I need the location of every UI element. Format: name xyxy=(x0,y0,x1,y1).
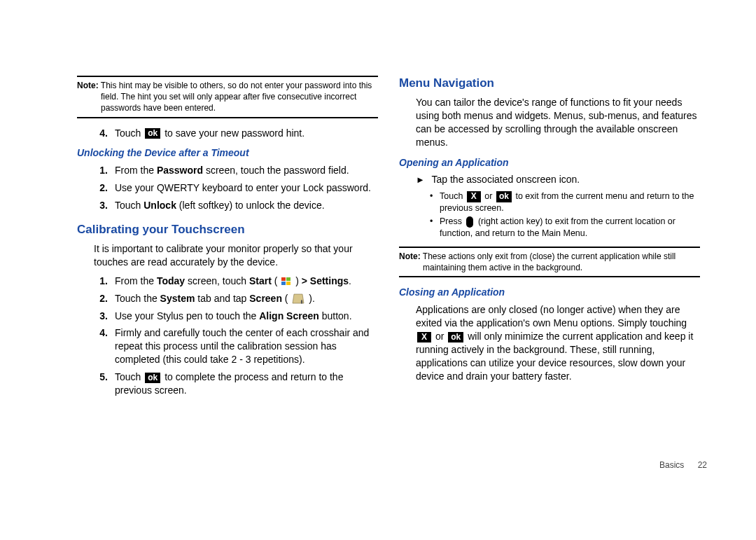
note-text: These actions only exit from (close) the… xyxy=(423,251,676,272)
page-footer: Basics 22 xyxy=(659,460,707,470)
calibrate-step-1: 1. From the Today screen, touch Start ( … xyxy=(77,275,378,288)
svg-rect-0 xyxy=(281,277,286,281)
ok-icon: ok xyxy=(496,191,512,202)
text: ). xyxy=(309,293,315,304)
heading-calibrate: Calibrating your Touchscreen xyxy=(77,222,378,238)
text: (left softkey) to unlock the device. xyxy=(176,200,325,211)
ok-icon: ok xyxy=(145,128,160,139)
bold-text: Today xyxy=(157,275,185,286)
step-number: 4. xyxy=(77,326,115,366)
step-body: Touch ok to complete the process and ret… xyxy=(115,371,378,397)
subheading-closing-app: Closing an Application xyxy=(399,286,700,299)
text: ( xyxy=(282,293,290,304)
text: ) xyxy=(295,275,302,286)
note-text: This hint may be visible to others, so d… xyxy=(101,81,372,113)
step-number: 5. xyxy=(77,371,115,397)
text: Touch xyxy=(115,127,144,139)
text: Applications are only closed (no longer … xyxy=(416,304,687,328)
tap-line: ► Tap the associated onscreen icon. xyxy=(416,173,700,186)
step-number: 2. xyxy=(77,181,115,195)
text: Touch the xyxy=(115,293,160,304)
text: . xyxy=(349,275,351,286)
text: or xyxy=(484,191,495,201)
heading-menu-nav: Menu Navigation xyxy=(399,76,700,92)
left-column: Note: This hint may be visible to others… xyxy=(77,76,378,519)
step-save-hint: 4. Touch ok to save your new password hi… xyxy=(77,127,378,140)
footer-section: Basics xyxy=(659,460,684,470)
close-paragraph: Applications are only closed (no longer … xyxy=(416,303,700,382)
step-number: 2. xyxy=(77,292,115,305)
unlock-step-2: 2. Use your QWERTY keyboard to enter you… xyxy=(77,181,378,195)
subheading-unlock: Unlocking the Device after a Timeout xyxy=(77,146,378,160)
bullet-dot: • xyxy=(430,191,440,214)
ok-icon: ok xyxy=(448,332,463,342)
right-action-key-icon xyxy=(466,216,473,228)
unlock-step-1: 1. From the Password screen, touch the p… xyxy=(77,164,378,177)
screen-icon xyxy=(292,293,304,305)
text: screen, touch xyxy=(185,275,249,286)
svg-point-5 xyxy=(301,300,302,304)
text: Touch xyxy=(115,371,144,382)
text: Use your Stylus pen to touch the xyxy=(115,310,259,321)
step-number: 1. xyxy=(77,275,115,288)
x-icon: X xyxy=(417,332,431,342)
step-body: From the Password screen, touch the pass… xyxy=(115,164,378,177)
bold-text: Align Screen xyxy=(259,310,319,321)
bold-text: > xyxy=(302,275,310,286)
text: Touch xyxy=(440,191,465,201)
right-column: Menu Navigation You can tailor the devic… xyxy=(399,76,700,519)
bullet-touch-exit: • Touch X or ok to exit from the current… xyxy=(430,191,700,214)
text: to save your new password hint. xyxy=(164,127,304,139)
text: From the xyxy=(115,165,157,176)
x-icon: X xyxy=(467,191,481,202)
note-box-exit: Note: These actions only exit from (clos… xyxy=(399,247,700,277)
windows-logo-icon xyxy=(281,277,291,286)
text: screen, touch the password field. xyxy=(203,165,349,176)
bold-text: Start xyxy=(249,275,272,286)
arrow-icon: ► xyxy=(416,174,425,186)
text: or xyxy=(435,331,447,342)
text: From the xyxy=(115,275,157,286)
svg-rect-3 xyxy=(286,282,290,285)
text: ( xyxy=(272,275,280,286)
step-body: From the Today screen, touch Start ( ) >… xyxy=(115,275,378,288)
ok-icon: ok xyxy=(145,373,160,383)
text: Tap the associated onscreen icon. xyxy=(432,174,580,185)
step-number: 3. xyxy=(77,310,115,323)
bullet-press-exit: • Press (right action key) to exit from … xyxy=(430,216,700,240)
step-number: 1. xyxy=(77,164,115,177)
calibrate-step-5: 5. Touch ok to complete the process and … xyxy=(77,371,378,397)
bold-text: Password xyxy=(157,165,203,176)
text: Press xyxy=(440,216,464,226)
text: tab and tap xyxy=(195,293,249,304)
bullet-body: Touch X or ok to exit from the current m… xyxy=(440,191,700,214)
bold-text: Screen xyxy=(249,293,282,304)
text: button. xyxy=(319,310,352,321)
footer-page-number: 22 xyxy=(698,460,707,470)
bullet-dot: • xyxy=(430,216,440,240)
bold-text: Settings xyxy=(310,275,349,286)
step-body: Firmly and carefully touch the center of… xyxy=(115,326,378,366)
bold-text: Unlock xyxy=(144,200,176,211)
subheading-opening-app: Opening an Application xyxy=(399,156,700,169)
step-number: 4. xyxy=(77,127,115,140)
step-body: Use your QWERTY keyboard to enter your L… xyxy=(115,181,378,195)
note-box-password-hint: Note: This hint may be visible to others… xyxy=(77,76,378,118)
bold-text: System xyxy=(160,293,195,304)
step-body: Touch Unlock (left softkey) to unlock th… xyxy=(115,199,378,212)
step-number: 3. xyxy=(77,199,115,212)
note-label: Note: xyxy=(399,251,421,261)
step-body: Use your Stylus pen to touch the Align S… xyxy=(115,310,378,323)
text: (right action key) to exit from the curr… xyxy=(440,216,676,238)
menu-paragraph: You can tailor the device's range of fun… xyxy=(416,96,700,149)
unlock-step-3: 3. Touch Unlock (left softkey) to unlock… xyxy=(77,199,378,212)
step-body: Touch ok to save your new password hint. xyxy=(115,127,378,140)
page: Note: This hint may be visible to others… xyxy=(0,0,756,540)
svg-rect-2 xyxy=(281,282,286,285)
bullet-body: Press (right action key) to exit from th… xyxy=(440,216,700,240)
step-body: Touch the System tab and tap Screen ( ). xyxy=(115,292,378,305)
note-label: Note: xyxy=(77,81,99,90)
text: Touch xyxy=(115,200,144,211)
svg-rect-1 xyxy=(286,277,290,281)
calibrate-step-2: 2. Touch the System tab and tap Screen (… xyxy=(77,292,378,305)
